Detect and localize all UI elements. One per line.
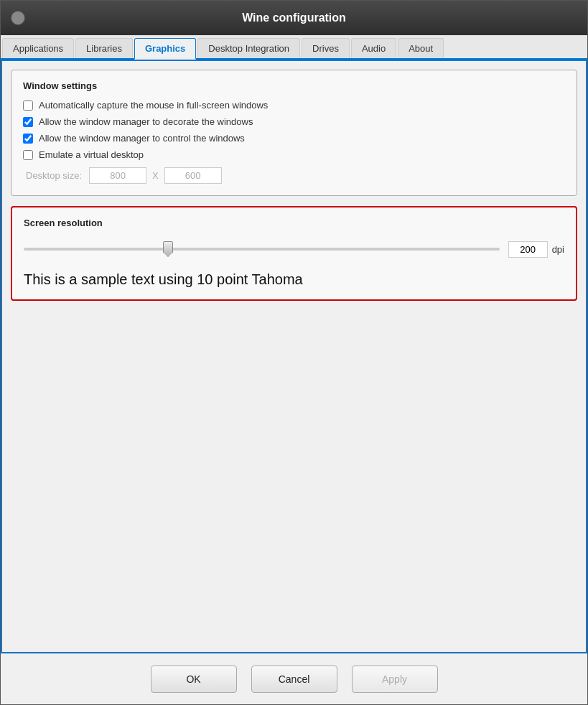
close-button[interactable] [11,11,25,25]
dpi-slider[interactable] [24,248,500,251]
screen-resolution-section: Screen resolution 200 dpi This is a samp… [11,206,577,301]
screen-resolution-title: Screen resolution [24,218,564,228]
capture-mouse-checkbox[interactable] [23,101,33,111]
checkbox-row-3: Allow the window manager to control the … [23,133,565,144]
apply-button[interactable]: Apply [352,666,438,693]
dpi-value-input[interactable]: 200 [508,241,548,258]
cancel-button[interactable]: Cancel [251,666,337,693]
ok-button[interactable]: OK [151,666,237,693]
tab-applications[interactable]: Applications [2,38,74,58]
virtual-desktop-checkbox[interactable] [23,150,33,160]
checkbox-row-2: Allow the window manager to decorate the… [23,116,565,127]
virtual-desktop-label: Emulate a virtual desktop [39,149,144,160]
tab-graphics[interactable]: Graphics [134,38,196,60]
window-title: Wine configuration [242,11,346,24]
decorate-windows-label: Allow the window manager to decorate the… [39,116,253,127]
wine-config-window: Wine configuration Applications Librarie… [0,0,588,705]
dpi-label: dpi [552,244,564,255]
main-content: Window settings Automatically capture th… [1,60,587,653]
checkbox-row-1: Automatically capture the mouse in full-… [23,100,565,111]
desktop-height-input[interactable] [164,167,222,184]
slider-container [24,238,500,260]
tab-about[interactable]: About [398,38,444,58]
desktop-size-label: Desktop size: [26,170,82,181]
tab-libraries[interactable]: Libraries [75,38,133,58]
desktop-size-row: Desktop size: X [26,167,565,184]
tab-desktop-integration[interactable]: Desktop Integration [197,38,300,58]
window-settings-section: Window settings Automatically capture th… [11,70,577,196]
titlebar: Wine configuration [1,1,587,35]
checkbox-row-4: Emulate a virtual desktop [23,149,565,160]
sample-text: This is a sample text using 10 point Tah… [24,271,564,288]
tab-bar: Applications Libraries Graphics Desktop … [1,35,587,60]
tab-audio[interactable]: Audio [351,38,396,58]
control-windows-label: Allow the window manager to control the … [39,133,245,144]
button-bar: OK Cancel Apply [1,653,587,704]
decorate-windows-checkbox[interactable] [23,117,33,127]
desktop-size-x: X [152,170,159,181]
window-settings-title: Window settings [23,80,565,91]
tab-drives[interactable]: Drives [302,38,350,58]
desktop-width-input[interactable] [89,167,146,184]
capture-mouse-label: Automatically capture the mouse in full-… [39,100,268,111]
control-windows-checkbox[interactable] [23,134,33,144]
dpi-slider-row: 200 dpi [24,238,564,260]
